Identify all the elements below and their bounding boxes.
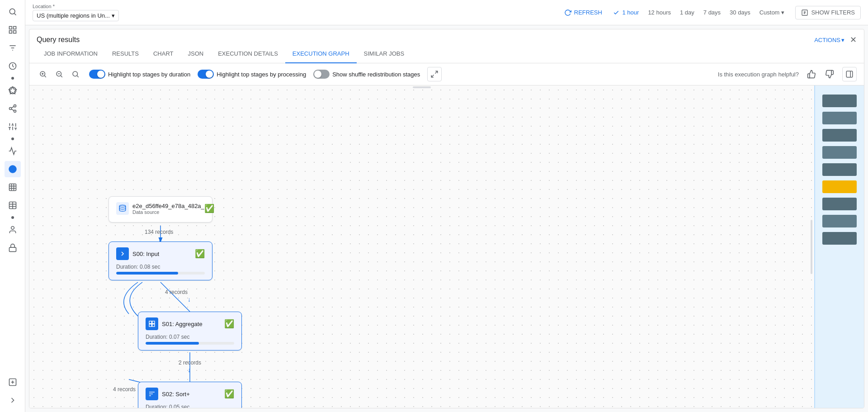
tab-execution-graph[interactable]: EXECUTION GRAPH <box>285 45 357 63</box>
records-label-4a: 4 records <box>165 289 188 295</box>
highlight-processing-switch[interactable] <box>198 70 214 79</box>
query-title: Query results <box>37 36 80 44</box>
scrollbar[interactable] <box>811 220 812 274</box>
s02-icon <box>146 388 158 400</box>
debug-block-5 <box>822 163 857 176</box>
tune-icon[interactable] <box>5 118 21 135</box>
graph-toolbar: Highlight top stages by duration Highlig… <box>29 63 864 85</box>
add-panel-icon[interactable] <box>5 374 21 390</box>
node-s01[interactable]: S01: Aggregate ✅ Duration: 0.07 sec <box>138 312 242 350</box>
location-select[interactable]: US (multiple regions in Un... ▾ <box>33 10 119 21</box>
panel-toggle-button[interactable] <box>842 67 857 81</box>
search-icon[interactable] <box>5 4 21 20</box>
table-icon[interactable] <box>5 197 21 213</box>
close-button[interactable]: ✕ <box>850 35 857 45</box>
time-filter-30days[interactable]: 30 days <box>726 7 754 18</box>
svg-line-15 <box>11 109 14 110</box>
zoom-out-button[interactable] <box>53 68 66 81</box>
custom-filter[interactable]: Custom ▾ <box>756 7 788 18</box>
debug-block-2 <box>822 112 857 124</box>
debug-block-1 <box>822 95 857 107</box>
toggle-knob <box>97 71 104 78</box>
node-datasource[interactable]: e2e_d56ffe49_e78a_482a_ Data source ✅ <box>108 196 212 223</box>
time-filter-7days[interactable]: 7 days <box>700 7 724 18</box>
explore-icon[interactable] <box>5 82 21 99</box>
fullscreen-button[interactable] <box>427 67 442 81</box>
time-filters: 1 hour 12 hours 1 day 7 days 30 days Cus… <box>609 7 788 18</box>
svg-line-46 <box>44 76 46 77</box>
node-s00[interactable]: S00: Input ✅ Duration: 0.08 sec <box>108 242 212 280</box>
tab-json[interactable]: JSON <box>180 45 211 63</box>
svg-rect-56 <box>846 71 853 77</box>
svg-point-26 <box>9 166 16 173</box>
svg-rect-64 <box>152 321 155 323</box>
chart-icon[interactable] <box>5 143 21 159</box>
node-s02[interactable]: S02: Sort+ ✅ Duration: 0.05 sec <box>138 382 242 408</box>
tab-similar-jobs[interactable]: SIMILAR JOBS <box>357 45 412 63</box>
svg-line-54 <box>435 71 438 73</box>
svg-line-53 <box>77 76 78 77</box>
time-filter-1hour[interactable]: 1 hour <box>609 7 643 18</box>
left-navigation <box>0 0 25 412</box>
svg-point-0 <box>9 9 15 14</box>
refresh-label: REFRESH <box>574 9 602 16</box>
s00-status-icon: ✅ <box>195 249 205 259</box>
svg-point-36 <box>11 227 14 230</box>
s01-progress-fill <box>146 342 199 345</box>
highlight-duration-toggle[interactable]: Highlight top stages by duration <box>89 70 190 79</box>
highlight-duration-label: Highlight top stages by duration <box>108 71 190 78</box>
refresh-button[interactable]: REFRESH <box>564 9 602 16</box>
s00-progress-bar <box>116 272 205 275</box>
debug-side-panel: Show debug panel <box>814 85 864 408</box>
node-datasource-header: e2e_d56ffe49_e78a_482a_ Data source ✅ <box>116 202 205 215</box>
expand-nav-icon[interactable] <box>5 392 21 408</box>
tab-results[interactable]: RESULTS <box>105 45 146 63</box>
chevron-down-icon-actions: ▾ <box>841 37 844 43</box>
resize-handle[interactable] <box>408 85 435 89</box>
time-filter-12hours[interactable]: 12 hours <box>644 7 675 18</box>
zoom-in-button[interactable] <box>37 68 49 81</box>
s01-icon <box>146 317 158 330</box>
grid-icon[interactable] <box>5 179 21 195</box>
svg-rect-2 <box>9 27 12 29</box>
debug-block-7 <box>822 215 857 227</box>
highlight-processing-toggle[interactable]: Highlight top stages by processing <box>198 70 306 79</box>
chevron-down-icon: ▾ <box>112 12 115 19</box>
feedback-buttons <box>804 67 837 81</box>
zoom-reset-button[interactable] <box>69 68 82 81</box>
dashboard-icon[interactable] <box>5 22 21 38</box>
highlight-duration-switch[interactable] <box>89 70 105 79</box>
graph-canvas[interactable]: e2e_d56ffe49_e78a_482a_ Data source ✅ 13… <box>29 85 814 408</box>
query-header-actions: ACTIONS ▾ ✕ <box>814 35 857 45</box>
actions-button[interactable]: ACTIONS ▾ <box>814 37 844 43</box>
show-filters-button[interactable]: SHOW FILTERS <box>795 6 861 19</box>
person-icon[interactable] <box>5 222 21 238</box>
thumbs-up-button[interactable] <box>804 67 819 81</box>
svg-point-52 <box>73 71 78 76</box>
svg-point-13 <box>9 108 11 110</box>
thumbs-down-button[interactable] <box>822 67 837 81</box>
debug-block-3 <box>822 129 857 142</box>
tab-execution-details[interactable]: EXECUTION DETAILS <box>211 45 285 63</box>
show-filters-label: SHOW FILTERS <box>811 9 855 16</box>
svg-line-55 <box>432 75 434 77</box>
time-filter-1day[interactable]: 1 day <box>676 7 698 18</box>
datasource-status-icon: ✅ <box>204 204 214 213</box>
history-icon[interactable] <box>5 58 21 74</box>
location-label: Location * <box>33 4 119 9</box>
show-shuffle-switch[interactable] <box>313 70 330 79</box>
tab-chart[interactable]: CHART <box>146 45 181 63</box>
svg-rect-27 <box>9 184 16 191</box>
s01-progress-bar <box>146 342 234 345</box>
show-shuffle-toggle[interactable]: Show shuffle redistribution stages <box>313 70 420 79</box>
tab-job-information[interactable]: JOB INFORMATION <box>37 45 105 63</box>
s00-progress-fill <box>116 272 178 275</box>
filter-icon[interactable] <box>5 40 21 56</box>
debug-block-8 <box>822 232 857 245</box>
connections-icon[interactable] <box>5 100 21 117</box>
toggle-knob-2 <box>206 71 213 78</box>
lock-icon[interactable] <box>5 240 21 256</box>
svg-point-62 <box>119 205 126 208</box>
nav-dot-2 <box>11 137 14 140</box>
jobs-explorer-icon[interactable] <box>5 161 21 177</box>
